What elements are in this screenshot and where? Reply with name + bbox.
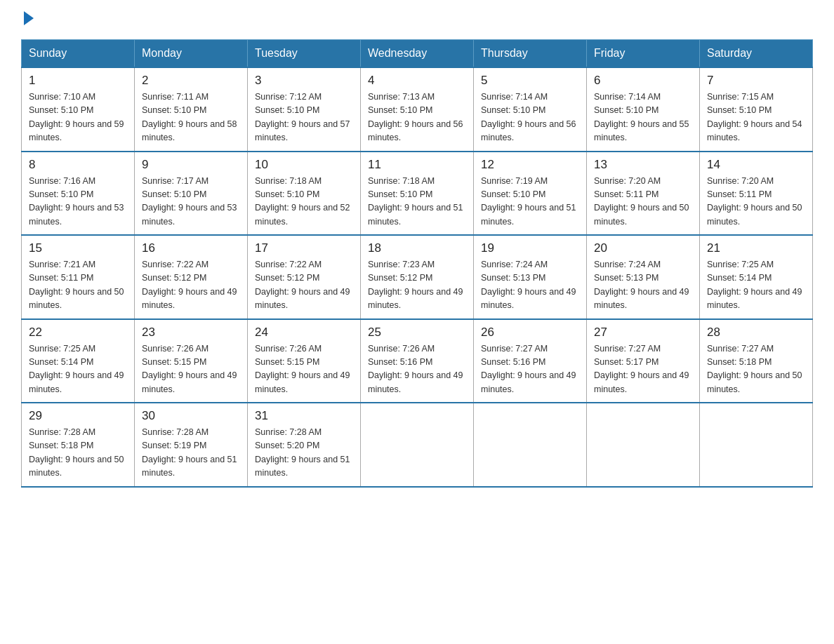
day-cell-7: 7Sunrise: 7:15 AMSunset: 5:10 PMDaylight… bbox=[700, 67, 813, 152]
day-info: Sunrise: 7:11 AMSunset: 5:10 PMDaylight:… bbox=[142, 90, 240, 145]
day-number: 21 bbox=[707, 241, 805, 255]
day-cell-5: 5Sunrise: 7:14 AMSunset: 5:10 PMDaylight… bbox=[474, 67, 587, 152]
day-info: Sunrise: 7:28 AMSunset: 5:20 PMDaylight:… bbox=[255, 426, 353, 481]
day-cell-31: 31Sunrise: 7:28 AMSunset: 5:20 PMDayligh… bbox=[248, 403, 361, 487]
day-cell-18: 18Sunrise: 7:23 AMSunset: 5:12 PMDayligh… bbox=[361, 235, 474, 319]
day-number: 7 bbox=[707, 74, 805, 88]
day-info: Sunrise: 7:28 AMSunset: 5:18 PMDaylight:… bbox=[29, 426, 127, 481]
header-day-saturday: Saturday bbox=[700, 40, 813, 68]
day-cell-9: 9Sunrise: 7:17 AMSunset: 5:10 PMDaylight… bbox=[135, 152, 248, 236]
day-info: Sunrise: 7:27 AMSunset: 5:17 PMDaylight:… bbox=[594, 342, 692, 397]
day-cell-13: 13Sunrise: 7:20 AMSunset: 5:11 PMDayligh… bbox=[587, 152, 700, 236]
day-cell-6: 6Sunrise: 7:14 AMSunset: 5:10 PMDaylight… bbox=[587, 67, 700, 152]
day-info: Sunrise: 7:17 AMSunset: 5:10 PMDaylight:… bbox=[142, 175, 240, 229]
header-day-sunday: Sunday bbox=[22, 40, 135, 68]
day-number: 28 bbox=[707, 326, 805, 340]
day-info: Sunrise: 7:21 AMSunset: 5:11 PMDaylight:… bbox=[29, 258, 127, 313]
page-header bbox=[21, 14, 813, 25]
day-number: 29 bbox=[29, 409, 127, 423]
day-number: 3 bbox=[255, 74, 353, 88]
header-day-wednesday: Wednesday bbox=[361, 40, 474, 68]
day-cell-10: 10Sunrise: 7:18 AMSunset: 5:10 PMDayligh… bbox=[248, 152, 361, 236]
day-number: 18 bbox=[368, 241, 466, 255]
day-cell-16: 16Sunrise: 7:22 AMSunset: 5:12 PMDayligh… bbox=[135, 235, 248, 319]
day-number: 16 bbox=[142, 241, 240, 255]
day-info: Sunrise: 7:23 AMSunset: 5:12 PMDaylight:… bbox=[368, 258, 466, 313]
day-number: 12 bbox=[481, 158, 579, 172]
day-cell-27: 27Sunrise: 7:27 AMSunset: 5:17 PMDayligh… bbox=[587, 319, 700, 403]
day-cell-29: 29Sunrise: 7:28 AMSunset: 5:18 PMDayligh… bbox=[22, 403, 135, 487]
logo bbox=[21, 14, 34, 25]
day-cell-20: 20Sunrise: 7:24 AMSunset: 5:13 PMDayligh… bbox=[587, 235, 700, 319]
day-info: Sunrise: 7:24 AMSunset: 5:13 PMDaylight:… bbox=[594, 258, 692, 313]
day-cell-30: 30Sunrise: 7:28 AMSunset: 5:19 PMDayligh… bbox=[135, 403, 248, 487]
day-cell-1: 1Sunrise: 7:10 AMSunset: 5:10 PMDaylight… bbox=[22, 67, 135, 152]
day-number: 22 bbox=[29, 326, 127, 340]
calendar-table: SundayMondayTuesdayWednesdayThursdayFrid… bbox=[21, 39, 813, 488]
day-cell-17: 17Sunrise: 7:22 AMSunset: 5:12 PMDayligh… bbox=[248, 235, 361, 319]
day-info: Sunrise: 7:26 AMSunset: 5:15 PMDaylight:… bbox=[255, 342, 353, 397]
day-info: Sunrise: 7:12 AMSunset: 5:10 PMDaylight:… bbox=[255, 90, 353, 145]
day-info: Sunrise: 7:16 AMSunset: 5:10 PMDaylight:… bbox=[29, 175, 127, 229]
day-info: Sunrise: 7:26 AMSunset: 5:15 PMDaylight:… bbox=[142, 342, 240, 397]
day-cell-28: 28Sunrise: 7:27 AMSunset: 5:18 PMDayligh… bbox=[700, 319, 813, 403]
day-cell-22: 22Sunrise: 7:25 AMSunset: 5:14 PMDayligh… bbox=[22, 319, 135, 403]
day-info: Sunrise: 7:15 AMSunset: 5:10 PMDaylight:… bbox=[707, 90, 805, 145]
day-cell-23: 23Sunrise: 7:26 AMSunset: 5:15 PMDayligh… bbox=[135, 319, 248, 403]
day-cell-25: 25Sunrise: 7:26 AMSunset: 5:16 PMDayligh… bbox=[361, 319, 474, 403]
day-info: Sunrise: 7:10 AMSunset: 5:10 PMDaylight:… bbox=[29, 90, 127, 145]
header-day-friday: Friday bbox=[587, 40, 700, 68]
day-cell-3: 3Sunrise: 7:12 AMSunset: 5:10 PMDaylight… bbox=[248, 67, 361, 152]
day-cell-15: 15Sunrise: 7:21 AMSunset: 5:11 PMDayligh… bbox=[22, 235, 135, 319]
week-row-1: 1Sunrise: 7:10 AMSunset: 5:10 PMDaylight… bbox=[22, 67, 813, 152]
day-number: 14 bbox=[707, 158, 805, 172]
empty-cell bbox=[700, 403, 813, 487]
header-day-tuesday: Tuesday bbox=[248, 40, 361, 68]
day-info: Sunrise: 7:25 AMSunset: 5:14 PMDaylight:… bbox=[29, 342, 127, 397]
day-number: 24 bbox=[255, 326, 353, 340]
week-row-2: 8Sunrise: 7:16 AMSunset: 5:10 PMDaylight… bbox=[22, 152, 813, 236]
day-info: Sunrise: 7:24 AMSunset: 5:13 PMDaylight:… bbox=[481, 258, 579, 313]
day-cell-19: 19Sunrise: 7:24 AMSunset: 5:13 PMDayligh… bbox=[474, 235, 587, 319]
empty-cell bbox=[361, 403, 474, 487]
day-number: 6 bbox=[594, 74, 692, 88]
empty-cell bbox=[587, 403, 700, 487]
day-number: 5 bbox=[481, 74, 579, 88]
day-cell-24: 24Sunrise: 7:26 AMSunset: 5:15 PMDayligh… bbox=[248, 319, 361, 403]
logo-arrow-icon bbox=[24, 11, 34, 25]
day-cell-21: 21Sunrise: 7:25 AMSunset: 5:14 PMDayligh… bbox=[700, 235, 813, 319]
week-row-4: 22Sunrise: 7:25 AMSunset: 5:14 PMDayligh… bbox=[22, 319, 813, 403]
header-row: SundayMondayTuesdayWednesdayThursdayFrid… bbox=[22, 40, 813, 68]
day-cell-4: 4Sunrise: 7:13 AMSunset: 5:10 PMDaylight… bbox=[361, 67, 474, 152]
day-info: Sunrise: 7:19 AMSunset: 5:10 PMDaylight:… bbox=[481, 175, 579, 229]
day-info: Sunrise: 7:20 AMSunset: 5:11 PMDaylight:… bbox=[707, 175, 805, 229]
day-number: 26 bbox=[481, 326, 579, 340]
day-number: 19 bbox=[481, 241, 579, 255]
day-number: 27 bbox=[594, 326, 692, 340]
day-info: Sunrise: 7:27 AMSunset: 5:16 PMDaylight:… bbox=[481, 342, 579, 397]
day-cell-8: 8Sunrise: 7:16 AMSunset: 5:10 PMDaylight… bbox=[22, 152, 135, 236]
day-cell-11: 11Sunrise: 7:18 AMSunset: 5:10 PMDayligh… bbox=[361, 152, 474, 236]
day-number: 31 bbox=[255, 409, 353, 423]
header-day-monday: Monday bbox=[135, 40, 248, 68]
day-info: Sunrise: 7:25 AMSunset: 5:14 PMDaylight:… bbox=[707, 258, 805, 313]
day-info: Sunrise: 7:18 AMSunset: 5:10 PMDaylight:… bbox=[255, 175, 353, 229]
header-day-thursday: Thursday bbox=[474, 40, 587, 68]
day-cell-14: 14Sunrise: 7:20 AMSunset: 5:11 PMDayligh… bbox=[700, 152, 813, 236]
day-cell-12: 12Sunrise: 7:19 AMSunset: 5:10 PMDayligh… bbox=[474, 152, 587, 236]
day-cell-26: 26Sunrise: 7:27 AMSunset: 5:16 PMDayligh… bbox=[474, 319, 587, 403]
logo-blue-part bbox=[21, 14, 34, 25]
week-row-5: 29Sunrise: 7:28 AMSunset: 5:18 PMDayligh… bbox=[22, 403, 813, 487]
day-number: 17 bbox=[255, 241, 353, 255]
day-info: Sunrise: 7:18 AMSunset: 5:10 PMDaylight:… bbox=[368, 175, 466, 229]
day-info: Sunrise: 7:26 AMSunset: 5:16 PMDaylight:… bbox=[368, 342, 466, 397]
day-number: 8 bbox=[29, 158, 127, 172]
week-row-3: 15Sunrise: 7:21 AMSunset: 5:11 PMDayligh… bbox=[22, 235, 813, 319]
day-info: Sunrise: 7:22 AMSunset: 5:12 PMDaylight:… bbox=[255, 258, 353, 313]
day-cell-2: 2Sunrise: 7:11 AMSunset: 5:10 PMDaylight… bbox=[135, 67, 248, 152]
day-number: 23 bbox=[142, 326, 240, 340]
day-number: 2 bbox=[142, 74, 240, 88]
day-number: 30 bbox=[142, 409, 240, 423]
day-number: 25 bbox=[368, 326, 466, 340]
day-number: 4 bbox=[368, 74, 466, 88]
